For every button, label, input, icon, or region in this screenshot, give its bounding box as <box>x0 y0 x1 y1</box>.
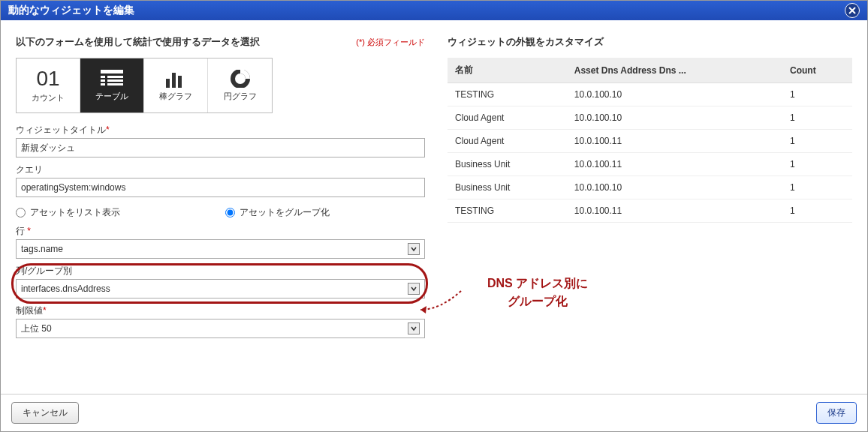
save-button[interactable]: 保存 <box>816 402 857 424</box>
widget-type-label: カウント <box>32 92 65 104</box>
preview-panel: ウィジェットの外観をカスタマイズ 名前 Asset Dns Address Dn… <box>448 35 852 394</box>
table-cell: 10.0.100.11 <box>567 153 782 176</box>
svg-rect-0 <box>101 70 123 74</box>
table-cell: 1 <box>782 83 852 106</box>
widget-type-label: テーブル <box>95 91 128 102</box>
radio-list-assets[interactable]: アセットをリスト表示 <box>16 206 120 219</box>
table-row: Cloud Agent10.0.100.101 <box>448 106 852 130</box>
annotation-line2: グループ化 <box>440 292 635 310</box>
annotation-line1: DNS アドレス別に <box>440 274 635 292</box>
table-cell: 10.0.100.10 <box>567 106 782 130</box>
form-heading: 以下のフォームを使用して統計で使用するデータを選択 <box>16 35 260 49</box>
table-cell: 10.0.100.11 <box>567 200 782 223</box>
radio-group-label: アセットをグループ化 <box>240 206 330 219</box>
svg-rect-7 <box>166 79 170 88</box>
table-row: Cloud Agent10.0.100.111 <box>448 130 852 153</box>
edit-widget-dialog: 動的なウィジェットを編集 以下のフォームを使用して統計で使用するデータを選択 (… <box>0 0 868 432</box>
chevron-down-icon <box>408 243 420 255</box>
svg-rect-9 <box>178 76 182 88</box>
cancel-button[interactable]: キャンセル <box>11 402 79 424</box>
table-row: TESTING10.0.100.111 <box>448 200 852 223</box>
table-cell: Business Unit <box>448 153 567 176</box>
svg-rect-4 <box>107 80 123 82</box>
row-select-value: tags.name <box>21 244 63 254</box>
radio-group-input[interactable] <box>225 208 235 218</box>
dialog-footer: キャンセル 保存 <box>1 394 867 431</box>
table-cell: TESTING <box>448 83 567 106</box>
radio-list-label: アセットをリスト表示 <box>30 206 120 219</box>
table-icon <box>101 70 123 88</box>
table-header-row: 名前 Asset Dns Address Dns ... Count <box>448 58 852 83</box>
widget-type-label: 棒グラフ <box>159 91 192 102</box>
svg-rect-2 <box>107 76 123 78</box>
radio-list-input[interactable] <box>16 208 26 218</box>
limit-select[interactable]: 上位 50 <box>16 319 425 338</box>
chevron-down-icon <box>408 322 420 334</box>
widget-type-pie[interactable]: 円グラフ <box>208 58 272 112</box>
row-select[interactable]: tags.name <box>16 239 425 259</box>
table-cell: 1 <box>782 153 852 176</box>
column-field-label: 列/グループ別 <box>16 265 425 278</box>
limit-field-label: 制限値* <box>16 304 425 317</box>
column-select[interactable]: interfaces.dnsAddress <box>16 279 425 298</box>
table-cell: 1 <box>782 130 852 153</box>
bar-chart-icon <box>164 70 187 88</box>
query-label: クエリ <box>16 164 425 176</box>
svg-rect-6 <box>107 83 123 86</box>
pie-chart-icon <box>229 70 252 88</box>
widget-title-input[interactable] <box>16 138 425 158</box>
column-select-value: interfaces.dnsAddress <box>21 284 110 294</box>
table-cell: 10.0.100.11 <box>567 130 782 153</box>
count-icon: 01 <box>36 68 59 89</box>
col-header-name: 名前 <box>448 58 567 83</box>
widget-type-bar[interactable]: 棒グラフ <box>144 58 208 112</box>
table-row: Business Unit10.0.100.111 <box>448 153 852 176</box>
limit-select-value: 上位 50 <box>21 322 52 335</box>
col-header-address: Asset Dns Address Dns ... <box>567 58 782 83</box>
svg-rect-3 <box>101 80 105 82</box>
table-cell: 10.0.100.10 <box>567 83 782 106</box>
table-cell: 10.0.100.10 <box>567 176 782 200</box>
form-panel: 以下のフォームを使用して統計で使用するデータを選択 (*) 必須フィールド 01… <box>16 35 425 394</box>
preview-table: 名前 Asset Dns Address Dns ... Count TESTI… <box>448 58 852 223</box>
widget-type-label: 円グラフ <box>224 91 257 102</box>
dialog-title: 動的なウィジェットを編集 <box>8 4 134 17</box>
preview-heading: ウィジェットの外観をカスタマイズ <box>448 35 604 49</box>
dialog-titlebar: 動的なウィジェットを編集 <box>1 1 867 20</box>
svg-rect-8 <box>172 73 176 88</box>
annotation-arrow-icon <box>417 291 463 314</box>
table-cell: 1 <box>782 176 852 200</box>
widget-type-table[interactable]: テーブル <box>80 58 144 112</box>
table-row: Business Unit10.0.100.101 <box>448 176 852 200</box>
table-cell: Cloud Agent <box>448 106 567 130</box>
table-row: TESTING10.0.100.101 <box>448 83 852 106</box>
col-header-count: Count <box>782 58 852 83</box>
close-icon <box>848 7 856 14</box>
table-cell: TESTING <box>448 200 567 223</box>
radio-group-assets[interactable]: アセットをグループ化 <box>225 206 330 219</box>
close-button[interactable] <box>845 3 860 18</box>
svg-rect-5 <box>101 83 105 86</box>
table-cell: 1 <box>782 106 852 130</box>
widget-type-picker: 01 カウント テーブル <box>16 58 273 113</box>
widget-type-count[interactable]: 01 カウント <box>17 58 80 112</box>
query-input[interactable] <box>16 178 425 197</box>
table-cell: 1 <box>782 200 852 223</box>
svg-rect-1 <box>101 76 105 78</box>
widget-title-label: ウィジェットタイトル* <box>16 124 425 136</box>
annotation-callout: DNS アドレス別に グループ化 <box>440 274 635 310</box>
table-cell: Cloud Agent <box>448 130 567 153</box>
table-cell: Business Unit <box>448 176 567 200</box>
row-field-label: 行 * <box>16 225 425 238</box>
required-fields-note: (*) 必須フィールド <box>356 37 425 48</box>
